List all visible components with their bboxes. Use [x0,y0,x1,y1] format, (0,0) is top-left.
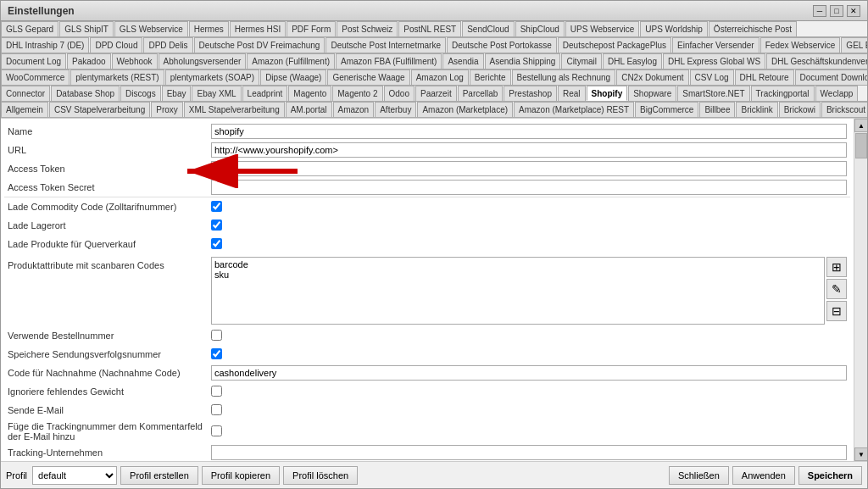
edit-attribute-button[interactable]: ✎ [826,279,847,299]
tab-pakadoo[interactable]: Pakadoo [67,53,110,69]
tab-amazon-marketplace[interactable]: Amazon (Marketplace) [417,102,513,117]
tab-gel-express[interactable]: GEL Express [841,37,867,53]
tab-hermes[interactable]: Hermes [189,21,229,36]
tab-database-shop[interactable]: Database Shop [51,86,120,101]
tab-amazon[interactable]: Amazon [333,102,375,117]
tab-ups-webservice[interactable]: UPS Webservice [565,21,639,36]
profil-select[interactable]: default [32,466,117,485]
tab-pdf-form[interactable]: PDF Form [287,21,336,36]
access-token-input[interactable] [211,161,847,176]
tab-postnl-rest[interactable]: PostNL REST [398,21,461,36]
tab-magento[interactable]: Magento [288,86,331,101]
tab-citymail[interactable]: Citymail [561,53,602,69]
tab-einfacher-versender[interactable]: Einfacher Versender [672,37,760,53]
tab-paarzeit[interactable]: Paarzeit [415,86,457,101]
tab-oesterreichische-post[interactable]: Österreichische Post [709,21,797,36]
tab-webhook[interactable]: Webhook [112,53,158,69]
tab-deutsche-post-internet[interactable]: Deutsche Post Internetmarke [326,37,446,53]
tab-dhl-intraship[interactable]: DHL Intraship 7 (DE) [1,37,89,53]
bestellnummer-checkbox[interactable] [211,330,222,341]
tab-fedex[interactable]: Fedex Webservice [760,37,841,53]
tab-csv-stapel[interactable]: CSV Stapelverarbeitung [49,102,150,117]
tab-sendcloud[interactable]: SendCloud [462,21,514,36]
tab-real[interactable]: Real [558,86,586,101]
tab-allgemein[interactable]: Allgemein [1,102,48,117]
anwenden-button[interactable]: Anwenden [732,466,795,485]
tab-abholungsversender[interactable]: Abholungsversender [159,53,247,69]
profil-loeschen-button[interactable]: Profil löschen [283,466,358,485]
produktattribute-textarea[interactable]: barcode sku [211,257,825,325]
tab-bigcommerce[interactable]: BigCommerce [635,102,698,117]
tab-plentymarkets-rest[interactable]: plentymarkets (REST) [70,69,164,85]
sendungsverfolgung-checkbox[interactable] [211,348,222,359]
tab-dpd-cloud[interactable]: DPD Cloud [90,37,142,53]
tab-document-log[interactable]: Document Log [1,53,66,69]
tab-document-downloader[interactable]: Document Downloader [795,69,867,85]
tab-proxy[interactable]: Proxy [151,102,183,117]
tab-dhl-retoure[interactable]: DHL Retoure [735,69,794,85]
tab-shipcloud[interactable]: ShipCloud [515,21,565,36]
close-button[interactable]: ✕ [847,5,860,17]
commodity-code-checkbox[interactable] [211,201,222,212]
url-input[interactable] [211,142,847,158]
tab-weclapp[interactable]: Weclapp [815,86,859,101]
tab-dhl-express-global[interactable]: DHL Express Global WS [663,53,765,69]
add-attribute-button[interactable]: ⊞ [826,257,847,277]
tab-hermes-hsi[interactable]: Hermes HSI [230,21,286,36]
tab-leadprint[interactable]: Leadprint [242,86,288,101]
tab-plentymarkets-soap[interactable]: plentymarkets (SOAP) [165,69,259,85]
tab-amazon-log[interactable]: Amazon Log [411,69,469,85]
tab-billbee[interactable]: Billbee [699,102,735,117]
profil-erstellen-button[interactable]: Profil erstellen [120,466,198,485]
tab-bricklink[interactable]: Bricklink [736,102,777,117]
tab-prestashop[interactable]: Prestashop [504,86,557,101]
tracking-unternehmen-input[interactable] [211,445,847,460]
tab-amazon-marketplace-rest[interactable]: Amazon (Marketplace) REST [514,102,634,117]
tab-brickowi[interactable]: Brickowi [779,102,821,117]
tab-parcellab[interactable]: Parcellab [458,86,504,101]
tab-shopify[interactable]: Shopify [587,86,628,101]
tab-odoo[interactable]: Odoo [384,86,415,101]
trackingnummer-email-checkbox[interactable] [211,425,222,436]
speichern-button[interactable]: Speichern [798,466,862,485]
tab-amazon-fulfillment[interactable]: Amazon (Fulfillment) [247,53,335,69]
tab-gls-gepard[interactable]: GLS Gepard [1,21,58,36]
minimize-button[interactable]: ─ [813,5,826,17]
tab-smartstore[interactable]: SmartStore.NET [677,86,749,101]
tab-gls-webservice[interactable]: GLS Webservice [114,21,188,36]
tab-dipse-waage[interactable]: Dipse (Waage) [260,69,326,85]
lagerort-checkbox[interactable] [211,219,222,231]
tab-gls-shipit[interactable]: GLS ShipIT [59,21,114,36]
tab-asendia-shipping[interactable]: Asendia Shipping [485,53,561,69]
sende-email-checkbox[interactable] [211,404,222,415]
tab-deutsche-post-porto[interactable]: Deutsche Post Portokasse [447,37,557,53]
tab-afterbuy[interactable]: Afterbuy [375,102,416,117]
tab-berichte[interactable]: Berichte [470,69,511,85]
tab-cn2x-dokument[interactable]: CN2x Dokument [616,69,688,85]
scroll-down-button[interactable]: ▼ [854,447,867,461]
tab-deutschepost-packageplus[interactable]: Deutschepost PackagePlus [558,37,671,53]
profil-kopieren-button[interactable]: Profil kopieren [202,466,280,485]
tab-woocommerce[interactable]: WooCommerce [1,69,70,85]
tab-connector[interactable]: Connector [1,86,50,101]
tab-generische-waage[interactable]: Generische Waage [327,69,409,85]
tab-bestellung-rechnung[interactable]: Bestellung als Rechnung [512,69,616,85]
tab-dhl-easylog[interactable]: DHL Easylog [603,53,662,69]
ignoriere-gewicht-checkbox[interactable] [211,386,222,397]
tab-dhl-geschaeftskunden[interactable]: DHL Geschäftskundenversand [766,53,867,69]
access-token-secret-input[interactable] [211,180,847,195]
schliessen-button[interactable]: Schließen [669,466,729,485]
tab-ups-worldship[interactable]: UPS Worldship [640,21,708,36]
tab-ebay[interactable]: Ebay [162,86,192,101]
tab-csv-log[interactable]: CSV Log [690,69,734,85]
tab-brickscout[interactable]: Brickscout [821,102,867,117]
maximize-button[interactable]: □ [830,5,843,17]
tab-xml-stapel[interactable]: XML Stapelverarbeitung [184,102,285,117]
tab-amazon-fba[interactable]: Amazon FBA (Fulfillment) [336,53,442,69]
scroll-thumb[interactable] [855,133,867,158]
querverkauf-checkbox[interactable] [211,238,222,249]
scroll-up-button[interactable]: ▲ [854,119,867,132]
tab-asendia[interactable]: Asendia [442,53,483,69]
tab-ebay-xml[interactable]: Ebay XML [192,86,241,101]
tab-deutsche-post-dv[interactable]: Deutsche Post DV Freimachung [194,37,326,53]
